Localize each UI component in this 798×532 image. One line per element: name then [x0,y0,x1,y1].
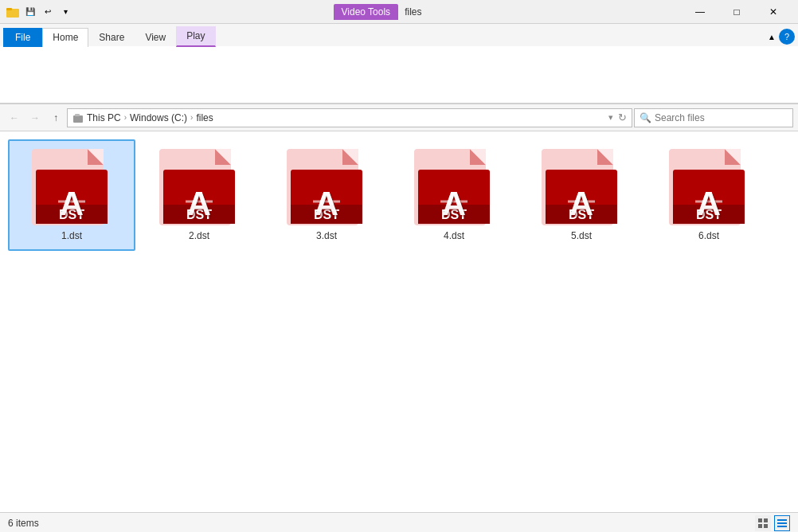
minimize-button[interactable]: — [682,0,718,24]
toolbar: ← → ↑ This PC › Windows (C:) › files ▾ ↻… [0,104,798,131]
tab-view[interactable]: View [135,28,176,47]
svg-rect-1 [6,8,12,10]
tab-home[interactable]: Home [42,28,88,47]
file-label-6.dst: 6.dst [698,230,719,241]
file-item-5.dst[interactable]: A DST A A 5.dst [518,139,645,251]
address-actions: ▾ ↻ [608,111,627,123]
svg-rect-3 [75,114,80,116]
close-button[interactable]: ✕ [755,0,792,24]
quick-access-toolbar: 💾 ↩ ▾ [22,4,73,20]
svg-text:A: A [187,185,211,222]
svg-text:A: A [60,185,84,222]
folder-icon [6,6,19,18]
details-icon [776,518,788,529]
view-controls [755,515,790,531]
search-input[interactable] [655,112,788,123]
ribbon-collapse[interactable]: ▲ [768,33,776,41]
large-icons-view[interactable] [755,515,771,531]
svg-rect-70 [777,526,787,527]
dst-icon-3: A DST A A [283,147,370,227]
file-label-5.dst: 5.dst [571,230,592,241]
dst-icon-6: A DST A A [665,147,753,227]
address-bar[interactable]: This PC › Windows (C:) › files ▾ ↻ [67,108,632,127]
window-controls: — □ ✕ [682,0,792,24]
ribbon-content [0,46,798,104]
ribbon-right-controls: ▲ ? [216,29,795,46]
dst-icon-5: A DST A A [538,147,625,227]
up-button[interactable]: ↑ [46,108,65,127]
title-bar-left: 💾 ↩ ▾ [6,4,73,20]
svg-rect-65 [764,518,768,522]
svg-text:A: A [697,185,721,222]
breadcrumb-thispc[interactable]: This PC [87,112,121,123]
ribbon: File Home Share View Play ▲ ? [0,24,798,104]
search-box[interactable]: 🔍 [634,108,793,127]
qat-undo[interactable]: ↩ [40,4,56,20]
svg-rect-2 [73,115,83,123]
file-label-3.dst: 3.dst [316,230,337,241]
breadcrumb-windowsc[interactable]: Windows (C:) [130,112,187,123]
breadcrumb-sep2: › [190,113,193,122]
video-tools-label: Video Tools [334,4,399,20]
title-bar: 💾 ↩ ▾ Video Tools files — □ ✕ [0,0,798,24]
file-item-2.dst[interactable]: A DST A A 2.dst [135,139,263,251]
dst-icon-2: A DST A A [155,147,243,227]
file-label-4.dst: 4.dst [444,230,464,241]
tab-play[interactable]: Play [176,26,215,47]
maximize-button[interactable]: □ [718,0,755,24]
forward-button[interactable]: → [25,108,45,127]
file-label-1.dst: 1.dst [61,230,82,241]
address-dropdown[interactable]: ▾ [608,112,613,123]
large-icons-icon [757,518,769,529]
item-count: 6 items [8,518,39,529]
qat-save[interactable]: 💾 [22,4,38,20]
breadcrumb-sep1: › [124,113,127,122]
search-icon: 🔍 [640,112,651,123]
qat-dropdown[interactable]: ▾ [57,4,73,20]
tab-file[interactable]: File [3,28,42,47]
ribbon-tabs: File Home Share View Play ▲ ? [0,24,798,46]
dst-icon-4: A DST A A [410,147,498,227]
main-area: A DST A A 1.dst A [0,131,798,512]
file-label-2.dst: 2.dst [189,230,209,241]
file-content: A DST A A 1.dst A [0,131,798,512]
breadcrumb-files[interactable]: files [196,112,213,123]
svg-rect-66 [758,524,762,528]
file-item-1.dst[interactable]: A DST A A 1.dst [8,139,135,251]
svg-rect-68 [777,519,787,521]
svg-rect-69 [777,522,787,524]
svg-rect-67 [764,524,768,528]
svg-text:A: A [315,185,338,222]
file-item-6.dst[interactable]: A DST A A 6.dst [645,139,773,251]
breadcrumb-pc-icon [72,112,84,123]
back-button[interactable]: ← [5,108,24,127]
tab-share[interactable]: Share [88,28,135,47]
details-view[interactable] [774,515,790,531]
svg-text:A: A [442,185,466,222]
help-button[interactable]: ? [779,29,795,45]
file-item-4.dst[interactable]: A DST A A 4.dst [390,139,518,251]
svg-rect-64 [758,518,762,522]
refresh-button[interactable]: ↻ [618,111,627,123]
file-item-3.dst[interactable]: A DST A A 3.dst [263,139,390,251]
window-title: files [405,6,421,18]
title-area: Video Tools files [73,4,682,20]
dst-icon-1: A DST A A [28,147,115,227]
status-bar: 6 items [0,512,798,532]
svg-text:A: A [569,185,593,222]
